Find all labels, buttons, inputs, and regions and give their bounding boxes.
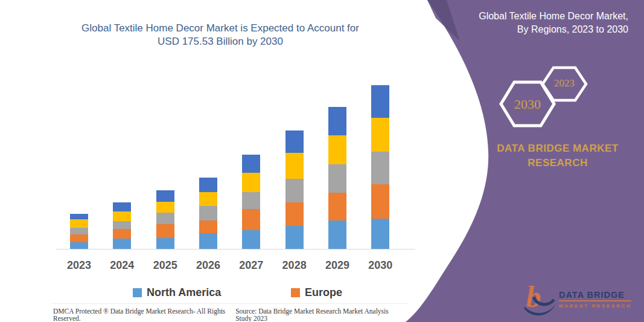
source-text: Source: Data Bridge Market Research Mark… xyxy=(235,308,404,322)
panel-title-line1: Global Textile Home Decor Market, xyxy=(429,10,628,23)
bar-segment-unlabeled-gray xyxy=(113,221,131,229)
bar-segment-unlabeled-yellow xyxy=(371,118,389,152)
bar-segment-europe xyxy=(371,184,389,219)
stacked-bar-2029 xyxy=(328,107,346,250)
bar-segment-europe xyxy=(328,193,346,221)
legend-item-north-america: North America xyxy=(133,286,221,299)
bar-segment-europe xyxy=(156,224,174,237)
dmca-text: DMCA Protected ® Data Bridge Market Rese… xyxy=(53,308,235,322)
bar-segment-unlabeled-darkblue xyxy=(242,155,260,173)
legend-label-north-america: North America xyxy=(147,286,221,299)
bar-segment-north-america xyxy=(113,239,131,250)
chart-title: Global Textile Home Decor Market is Expe… xyxy=(54,22,386,48)
bar-segment-unlabeled-yellow xyxy=(199,192,217,206)
dbmr-b-icon: b xyxy=(524,278,556,317)
bar-segment-europe xyxy=(242,209,260,230)
brand-line1: DATA BRIDGE MARKET xyxy=(488,141,628,156)
bar-segment-unlabeled-gray xyxy=(328,164,346,193)
stacked-bar-2027 xyxy=(242,155,260,250)
x-axis-label: 2024 xyxy=(100,259,144,272)
legend-swatch-north-america xyxy=(133,288,142,297)
bar-segment-unlabeled-darkblue xyxy=(156,190,174,202)
logo-text-bottom: MARKET RESEARCH xyxy=(559,303,631,309)
bar-segment-north-america xyxy=(371,219,389,250)
x-axis-label: 2029 xyxy=(316,259,359,272)
bar-segment-north-america xyxy=(199,233,217,250)
stacked-bar-2025 xyxy=(156,190,174,250)
stacked-bar-2030 xyxy=(371,85,389,250)
bar-segment-europe xyxy=(113,229,131,239)
stacked-bar-2024 xyxy=(113,202,131,250)
bar-segment-unlabeled-gray xyxy=(242,192,260,209)
bar-segment-unlabeled-gray xyxy=(156,213,174,224)
x-axis-label: 2023 xyxy=(57,259,101,272)
bar-segment-unlabeled-darkblue xyxy=(199,178,217,192)
chart-legend: North America Europe xyxy=(0,286,422,300)
x-axis-line xyxy=(56,249,415,250)
bar-segment-europe xyxy=(199,221,217,234)
logo-text-top: DATA BRIDGE xyxy=(559,290,631,301)
brand-line2: RESEARCH xyxy=(488,156,628,170)
svg-text:b: b xyxy=(526,280,541,314)
stacked-bar-2023 xyxy=(70,214,88,250)
bar-segment-unlabeled-yellow xyxy=(285,153,304,179)
bar-segment-unlabeled-gray xyxy=(371,152,389,184)
bar-segment-unlabeled-yellow xyxy=(156,202,174,213)
separator-line xyxy=(51,303,409,304)
bar-segment-unlabeled-darkblue xyxy=(328,107,346,135)
bar-segment-unlabeled-yellow xyxy=(328,135,346,164)
bar-segment-north-america xyxy=(285,226,304,250)
bar-segment-unlabeled-yellow xyxy=(242,173,260,192)
panel-title-line2: By Regions, 2023 to 2030 xyxy=(429,23,628,36)
bar-segment-unlabeled-yellow xyxy=(113,211,131,221)
legend-swatch-europe xyxy=(291,288,300,297)
x-axis-label: 2027 xyxy=(229,259,273,272)
footer: DMCA Protected ® Data Bridge Market Rese… xyxy=(53,308,404,322)
stacked-bar-2028 xyxy=(285,130,304,250)
bar-segment-north-america xyxy=(156,238,174,250)
hexagon-2030-label: 2030 xyxy=(501,97,554,112)
chart-title-line1: Global Textile Home Decor Market is Expe… xyxy=(54,22,386,35)
brand-wordmark: DATA BRIDGE MARKET RESEARCH xyxy=(488,141,628,170)
bar-segment-europe xyxy=(285,202,304,226)
legend-item-europe: Europe xyxy=(291,286,342,299)
bar-segment-unlabeled-gray xyxy=(199,206,217,220)
chart-title-line2: USD 175.53 Billion by 2030 xyxy=(54,35,386,48)
x-axis-label: 2025 xyxy=(144,259,187,272)
bar-segment-unlabeled-darkblue xyxy=(70,214,88,219)
bar-segment-unlabeled-yellow xyxy=(70,219,88,227)
bar-segment-unlabeled-darkblue xyxy=(113,202,131,211)
stacked-bar-2026 xyxy=(199,178,217,250)
bar-segment-unlabeled-darkblue xyxy=(371,85,389,118)
x-axis-labels: 20232024202520262027202820292030 xyxy=(57,259,406,274)
bar-segment-europe xyxy=(70,234,88,242)
chart-plot xyxy=(57,71,406,250)
bar-segment-unlabeled-gray xyxy=(285,179,304,202)
x-axis-label: 2026 xyxy=(187,259,230,272)
x-axis-label: 2028 xyxy=(273,259,316,272)
legend-label-europe: Europe xyxy=(305,286,342,299)
dbmr-logo: b DATA BRIDGE MARKET RESEARCH xyxy=(524,277,633,319)
x-axis-label: 2030 xyxy=(359,259,402,272)
bar-segment-unlabeled-gray xyxy=(70,228,88,235)
bar-segment-north-america xyxy=(242,230,260,250)
bar-segment-unlabeled-darkblue xyxy=(285,130,304,153)
bar-segment-north-america xyxy=(328,221,346,250)
hexagon-2023-label: 2023 xyxy=(543,77,586,89)
panel-title: Global Textile Home Decor Market, By Reg… xyxy=(429,10,628,36)
infographic-canvas: Global Textile Home Decor Market is Expe… xyxy=(0,0,644,322)
logo-text: DATA BRIDGE MARKET RESEARCH xyxy=(559,290,631,309)
